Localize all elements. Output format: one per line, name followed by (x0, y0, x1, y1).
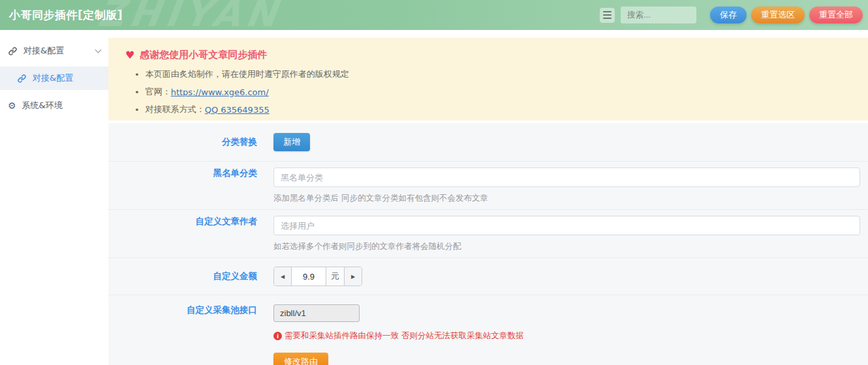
modify-route-button[interactable]: 修改路由 (273, 353, 328, 365)
sidebar-item-system[interactable]: ⚙ 系统&环境 (0, 94, 108, 117)
form-row-custom-price: 自定义金额 ◀ 元 ▶ (108, 258, 868, 295)
notice-box: ♥ 感谢您使用小哥文章同步插件 • 本页面由炙焰制作，请在使用时遵守原作者的版权… (108, 38, 868, 121)
form-row-custom-author: 自定义文章作者 如若选择多个作者则同步到的文章作者将会随机分配 (108, 210, 868, 258)
notice-item-text: 本页面由炙焰制作，请在使用时遵守原作者的版权规定 (146, 68, 349, 80)
list-item: • 对接联系方式： QQ 635649355 (125, 104, 851, 115)
save-button[interactable]: 保存 (710, 7, 747, 23)
blacklist-category-input[interactable] (273, 168, 860, 187)
bullet-dot: • (134, 70, 140, 80)
custom-author-input[interactable] (273, 216, 860, 235)
decrease-button[interactable]: ◀ (274, 267, 292, 285)
sidebar-item-config-group[interactable]: 对接&配置 (0, 39, 108, 63)
field-control: 添加黑名单分类后 同步的文章分类如有包含则不会发布文章 (273, 168, 868, 209)
bullet-dot: • (134, 105, 140, 115)
notice-title: ♥ 感谢您使用小哥文章同步插件 (125, 49, 851, 61)
form-row-collect-api: 自定义采集池接口 i 需要和采集站插件路由保持一致 否则分站无法获取采集站文章数… (108, 295, 868, 365)
list-icon[interactable] (600, 8, 615, 23)
field-control: ◀ 元 ▶ (273, 267, 868, 286)
field-label: 自定义金额 (108, 270, 273, 282)
warning-message: i 需要和采集站插件路由保持一致 否则分站无法获取采集站文章数据 (273, 330, 860, 342)
field-label: 分类替换 (108, 136, 273, 148)
price-input[interactable] (292, 267, 326, 285)
form-row-category-replace: 分类替换 新增 (108, 123, 868, 162)
gear-icon: ⚙ (8, 101, 16, 110)
price-stepper: ◀ 元 ▶ (273, 267, 362, 286)
list-item: • 官网： https://www.xge6.com/ (125, 86, 851, 98)
search-input[interactable] (621, 7, 696, 23)
add-button[interactable]: 新增 (273, 133, 310, 151)
official-site-link[interactable]: https://www.xge6.com/ (171, 87, 269, 97)
app-header: 小哥同步插件[定制版] ZHIYAN 保存 重置选区 重置全部 (0, 0, 868, 30)
field-label: 自定义文章作者 (108, 216, 273, 257)
field-label: 黑名单分类 (108, 168, 273, 209)
sidebar-item-label: 对接&配置 (33, 72, 73, 84)
link-icon (8, 46, 18, 56)
help-text: 添加黑名单分类后 同步的文章分类如有包含则不会发布文章 (273, 193, 860, 204)
notice-item-prefix: 官网： (146, 86, 171, 98)
sidebar-item-config[interactable]: 对接&配置 (0, 66, 108, 90)
heart-icon: ♥ (125, 49, 134, 61)
notice-list: • 本页面由炙焰制作，请在使用时遵守原作者的版权规定 • 官网： https:/… (125, 68, 851, 115)
link-icon (17, 74, 27, 83)
field-control: 新增 (273, 133, 868, 151)
collect-api-input[interactable] (273, 304, 360, 322)
bullet-dot: • (134, 87, 140, 97)
list-item: • 本页面由炙焰制作，请在使用时遵守原作者的版权规定 (125, 68, 851, 80)
unit-label: 元 (326, 267, 344, 285)
reset-selection-button[interactable]: 重置选区 (751, 7, 805, 23)
main-content: ♥ 感谢您使用小哥文章同步插件 • 本页面由炙焰制作，请在使用时遵守原作者的版权… (108, 30, 868, 365)
qq-contact-link[interactable]: QQ 635649355 (205, 105, 270, 115)
notice-title-text: 感谢您使用小哥文章同步插件 (140, 49, 267, 61)
sidebar: 对接&配置 对接&配置 ⚙ 系统&环境 (0, 30, 108, 365)
field-label: 自定义采集池接口 (108, 304, 273, 365)
sidebar-item-label: 对接&配置 (23, 45, 64, 57)
info-icon: i (273, 332, 282, 340)
app-title: 小哥同步插件[定制版] (0, 8, 123, 23)
chevron-down-icon (95, 46, 102, 53)
header-toolbar: 保存 重置选区 重置全部 (600, 0, 863, 30)
right-arrow-icon: ▶ (351, 274, 355, 280)
field-control: i 需要和采集站插件路由保持一致 否则分站无法获取采集站文章数据 修改路由 (273, 304, 868, 365)
increase-button[interactable]: ▶ (344, 267, 362, 285)
help-text: 如若选择多个作者则同步到的文章作者将会随机分配 (273, 241, 860, 252)
notice-item-prefix: 对接联系方式： (146, 104, 205, 115)
form-row-blacklist-category: 黑名单分类 添加黑名单分类后 同步的文章分类如有包含则不会发布文章 (108, 162, 868, 210)
watermark-text: ZHIYAN (95, 0, 285, 30)
sidebar-item-label: 系统&环境 (22, 100, 63, 111)
settings-form: 分类替换 新增 黑名单分类 添加黑名单分类后 同步的文章分类如有包含则不会发布文… (108, 123, 868, 365)
reset-all-button[interactable]: 重置全部 (809, 7, 863, 23)
left-arrow-icon: ◀ (281, 274, 285, 280)
field-control: 如若选择多个作者则同步到的文章作者将会随机分配 (273, 216, 868, 257)
warning-text: 需要和采集站插件路由保持一致 否则分站无法获取采集站文章数据 (285, 330, 523, 342)
